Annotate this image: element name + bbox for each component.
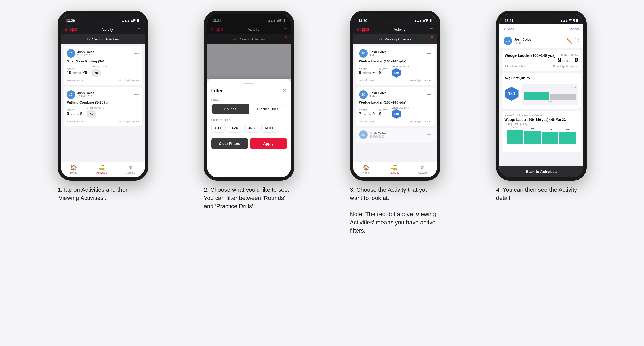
- viewing-bar-3[interactable]: ⚙ Viewing Activities: [353, 34, 437, 44]
- quality-group-1: Shot Quality 75: [91, 65, 109, 78]
- tab-activities-label-1: Activities: [96, 171, 107, 174]
- filter-close-button[interactable]: ✕: [282, 88, 287, 94]
- quality-label-2: Shot Quality: [87, 106, 104, 109]
- score-label-3b: Score: [359, 109, 375, 112]
- battery-icon-4: ▊: [576, 19, 578, 22]
- quality-group-2: Shot Quality 45: [87, 106, 104, 119]
- avatar-3b: JC: [359, 90, 368, 99]
- menu-icon-1[interactable]: ≡: [138, 27, 141, 32]
- chip-arg[interactable]: ARG: [244, 124, 259, 133]
- detail-shots: 9: [574, 56, 578, 64]
- detail-user-name: Josh Coles: [514, 38, 531, 41]
- footer-data-2: Data: Clippd Capture: [116, 120, 139, 123]
- score-val-3a: 9: [359, 70, 361, 75]
- phone-3: 13:20 ▲▲▲ WiFi ▊ clippd Activity ≡ ⚙ V: [350, 11, 440, 181]
- avatar-3a: JC: [359, 49, 368, 58]
- signal-icon-3: ▲▲▲: [414, 19, 422, 22]
- edit-icon[interactable]: ✏️: [566, 38, 572, 44]
- session-bar-chart: 132 129 124 124: [505, 128, 578, 149]
- score-header-label: Score Shots: [558, 53, 578, 56]
- detail-info-label: Test Information: [507, 65, 526, 68]
- logo-1: clippd: [65, 27, 77, 32]
- quality-hex-3b: 118: [392, 109, 401, 119]
- cancel-button[interactable]: Cancel: [568, 27, 579, 31]
- user-date-3a: Today: [370, 54, 387, 57]
- tab-capture-3[interactable]: ⊕ Capture: [418, 164, 428, 174]
- step-2: 13:21 ▲▲▲ WiFi ▊ clippd Activity ≡ ⚙ V: [180, 11, 318, 210]
- big-hex: 130: [505, 87, 519, 101]
- tab-home-3[interactable]: 🏠 Home: [363, 164, 370, 174]
- phone-notch-3: [379, 11, 411, 18]
- stats-row-1: Score 10 OUT OF 20 Shot Quality 75: [67, 65, 139, 78]
- user-name-3b: Josh Coles: [370, 91, 387, 95]
- activities-icon-1: ⛳: [98, 164, 105, 171]
- home-icon-1: 🏠: [70, 164, 77, 171]
- more-dots-3c[interactable]: •••: [427, 132, 431, 137]
- filter-actions: Clear Filters Apply: [211, 138, 287, 149]
- phone-screen-1: 13:20 ▲▲▲ WiFi ▊ clippd Activity ≡ ⚙ V: [61, 14, 145, 177]
- score-label-2: Score: [67, 109, 83, 112]
- activity-item-2[interactable]: JC Josh Coles 28 Feb 2023 ••• Putting Co…: [64, 87, 142, 126]
- detail-header: < Back Cancel: [499, 24, 583, 34]
- mini-bar-2: [550, 94, 576, 100]
- more-dots-1[interactable]: •••: [134, 51, 139, 56]
- activity-item-1[interactable]: JC Josh Coles 28 Feb 2023 ••• Must Make …: [64, 46, 142, 85]
- user-date-2: 28 Feb 2023: [77, 95, 94, 98]
- apply-button[interactable]: Apply: [250, 138, 287, 149]
- capture-icon-3: ⊕: [420, 164, 425, 171]
- filter-modal: Filter ✕ Show Rounds Practice Drills Pra…: [207, 79, 291, 177]
- clear-filters-button[interactable]: Clear Filters: [211, 138, 248, 149]
- detail-info-row: ℹ Test Information Data: Clippd Capture: [505, 65, 578, 68]
- detail-activity-title: Wedge Ladder (100–140 yds): [505, 53, 556, 58]
- tab-activities-1[interactable]: ⛳ Activities: [96, 164, 107, 174]
- phone-4: 13:21 ▲▲▲ WiFi ▊ < Back Cancel JC: [496, 11, 587, 181]
- nav-title-3: Activity: [394, 27, 405, 32]
- back-to-activities-button[interactable]: Back to Activities: [499, 166, 583, 177]
- activity-header-3a: JC Josh Coles Today •••: [359, 49, 431, 58]
- wifi-icon-4: WiFi: [569, 19, 575, 22]
- phone-notch-1: [87, 11, 119, 18]
- score-outof-1: 10 OUT OF 20: [67, 70, 87, 75]
- rounds-toggle[interactable]: Rounds: [212, 104, 249, 114]
- content-1: JC Josh Coles 28 Feb 2023 ••• Must Make …: [61, 44, 145, 162]
- more-dots-2[interactable]: •••: [134, 92, 139, 97]
- chip-app[interactable]: APP: [228, 124, 242, 133]
- logo-3: clippd: [357, 27, 369, 32]
- menu-icon-3[interactable]: ≡: [430, 27, 433, 32]
- activity-item-3c[interactable]: JC Josh Coles 28 Feb 2023 •••: [356, 128, 435, 143]
- viewing-bar-1[interactable]: ⚙ Viewing Activities: [61, 34, 145, 44]
- wifi-icon-1: WiFi: [131, 19, 136, 22]
- session-subtitle-text: Avg Shot Quality: [507, 123, 527, 126]
- score-val-3b: 7: [359, 112, 361, 116]
- footer-data-3b: Data: Clippd Capture: [409, 120, 431, 123]
- tab-capture-1[interactable]: ⊕ Capture: [126, 164, 135, 174]
- stats-row-3b: Score 7 OUT OF 9 Shots 9: [359, 106, 431, 119]
- phone-2: 13:21 ▲▲▲ WiFi ▊ clippd Activity ≡ ⚙ V: [204, 11, 294, 181]
- outof-3b: OUT OF: [362, 113, 371, 116]
- chip-ott[interactable]: OTT: [211, 124, 226, 133]
- tab-activities-3[interactable]: ⛳ Activities: [389, 164, 399, 174]
- detail-capture-label: Data: Clippd Capture: [553, 65, 578, 68]
- step-3: 13:20 ▲▲▲ WiFi ▊ clippd Activity ≡ ⚙ V: [326, 11, 464, 235]
- activity-item-3a[interactable]: JC Josh Coles Today ••• Wedge Ladder (10…: [356, 46, 435, 85]
- phone-screen-3: 13:20 ▲▲▲ WiFi ▊ clippd Activity ≡ ⚙ V: [353, 14, 437, 177]
- status-time-4: 13:21: [505, 19, 513, 23]
- chip-putt[interactable]: PUTT: [261, 124, 277, 133]
- show-label: Show: [211, 98, 287, 102]
- chart-130-label: 130: [572, 86, 576, 89]
- quality-hex-1: 75: [91, 68, 101, 78]
- user-name-1: Josh Coles: [77, 50, 94, 54]
- tab-home-label-3: Home: [363, 171, 370, 174]
- activity-item-3b[interactable]: JC Josh Coles Today ••• Wedge Ladder (10…: [356, 87, 435, 126]
- practice-drills-toggle[interactable]: Practice Drills: [249, 104, 287, 114]
- back-button[interactable]: < Back: [504, 27, 514, 31]
- tab-home-label-1: Home: [70, 171, 77, 174]
- tab-home-1[interactable]: 🏠 Home: [70, 164, 77, 174]
- signal-icon-1: ▲▲▲: [122, 19, 130, 22]
- activity-title-2: Putting Combine (3-15 ft): [67, 100, 139, 104]
- more-dots-3b[interactable]: •••: [427, 92, 431, 97]
- phone-screen-2: 13:21 ▲▲▲ WiFi ▊ clippd Activity ≡ ⚙ V: [207, 14, 291, 177]
- expand-icon[interactable]: ⛶: [574, 38, 579, 44]
- more-dots-3a[interactable]: •••: [427, 51, 431, 56]
- battery-icon-3: ▊: [430, 19, 432, 22]
